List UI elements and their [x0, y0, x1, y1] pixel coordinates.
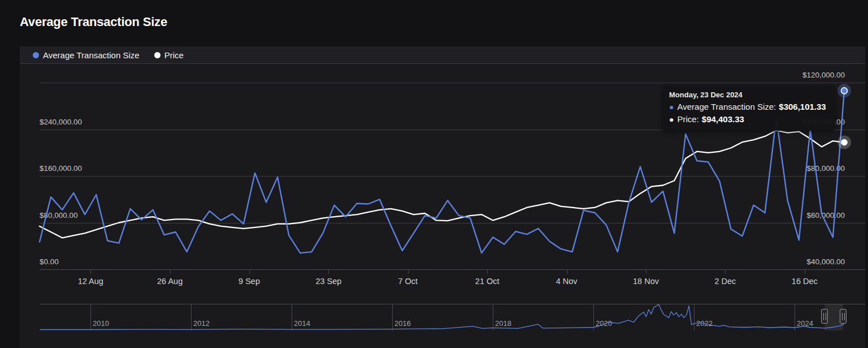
navigator-year-label: 2022: [696, 319, 713, 328]
navigator-top-border: [40, 304, 865, 304]
handle-grip-icon: [842, 313, 845, 320]
navigator-right-handle[interactable]: [840, 309, 847, 324]
y-axis-label-left: $160,000.00: [40, 164, 82, 173]
tooltip-label: Price:: [677, 113, 698, 125]
navigator-year-gridline: [191, 304, 192, 330]
x-axis-label: 23 Sep: [315, 277, 341, 286]
legend-label: Price: [164, 50, 184, 60]
navigator-year-gridline: [90, 304, 91, 330]
legend-item-average-transaction-size[interactable]: Average Transaction Size: [33, 50, 140, 60]
navigator-year-gridline: [795, 304, 795, 330]
x-axis-tick: [328, 270, 329, 274]
tooltip-row-price: ● Price: $94,403.33: [669, 113, 828, 126]
x-axis-label: 4 Nov: [556, 277, 578, 286]
legend-bar: Average Transaction Size Price: [20, 46, 865, 64]
tooltip-value: $94,403.33: [702, 113, 744, 125]
x-axis-line: [40, 269, 865, 270]
navigator-year-label: 2024: [797, 319, 813, 328]
x-axis-tick: [487, 270, 488, 274]
x-axis-tick: [567, 270, 567, 274]
y-axis-label-left: $240,000.00: [40, 118, 82, 126]
y-axis-label-right: $120,000.00: [732, 71, 845, 79]
tooltip-date: Monday, 23 Dec 2024: [669, 91, 828, 99]
x-axis-tick: [90, 270, 91, 274]
x-axis-tick: [725, 270, 726, 274]
navigator-left-handle[interactable]: [821, 309, 828, 324]
x-axis-tick: [805, 270, 805, 274]
series-bullet-icon: ●: [669, 114, 674, 126]
navigator-year-gridline: [392, 304, 393, 330]
h-gridline: [40, 176, 865, 177]
handle-grip-icon: [823, 313, 826, 320]
x-axis-tick: [646, 270, 646, 274]
x-axis-label: 12 Aug: [78, 277, 103, 286]
legend-item-price[interactable]: Price: [154, 50, 184, 60]
navigator-year-gridline: [493, 304, 493, 330]
chart-page: Average Transaction Size Average Transac…: [0, 0, 868, 348]
tooltip-label: Average Transaction Size:: [677, 101, 776, 113]
x-axis-tick: [249, 270, 250, 274]
x-axis-label: 26 Aug: [157, 277, 183, 286]
navigator-year-label: 2014: [294, 319, 310, 328]
navigator-year-label: 2012: [193, 319, 210, 328]
x-axis-tick: [408, 270, 409, 274]
h-gridline: [40, 223, 865, 224]
x-axis-tick: [170, 270, 171, 274]
tooltip: Monday, 23 Dec 2024 ● Average Transactio…: [662, 86, 835, 131]
x-axis-label: 7 Oct: [398, 277, 418, 286]
x-axis-label: 9 Sep: [238, 277, 260, 286]
h-gridline: [40, 83, 865, 83]
x-axis-label: 2 Dec: [714, 277, 736, 286]
navigator-year-label: 2016: [394, 319, 411, 328]
legend-dot-white-icon: [154, 52, 160, 58]
navigator-year-label: 2020: [596, 319, 612, 328]
navigator-year-gridline: [292, 304, 292, 330]
y-axis-label-left: $0.00: [40, 257, 59, 266]
y-axis-label-right: $40,000.00: [732, 257, 845, 266]
y-axis-label-right: $80,000.00: [732, 164, 845, 173]
x-axis-label: 18 Nov: [633, 277, 659, 286]
x-axis-label: 21 Oct: [475, 277, 500, 286]
navigator-year-label: 2018: [495, 319, 511, 328]
y-axis-label-right: $60,000.00: [732, 211, 845, 220]
x-axis-label: 16 Dec: [792, 277, 818, 286]
navigator-year-gridline: [593, 304, 594, 330]
tooltip-row-avg-size: ● Average Transaction Size: $306,101.33: [669, 101, 828, 113]
legend-dot-blue-icon: [33, 52, 39, 58]
y-axis-label-left: $80,000.00: [40, 211, 78, 220]
legend-label: Average Transaction Size: [43, 50, 140, 60]
series-bullet-icon: ●: [669, 101, 674, 113]
navigator-year-label: 2010: [93, 319, 109, 328]
page-title: Average Transaction Size: [20, 15, 167, 29]
tooltip-value: $306,101.33: [779, 101, 826, 113]
navigator-year-gridline: [694, 304, 695, 330]
